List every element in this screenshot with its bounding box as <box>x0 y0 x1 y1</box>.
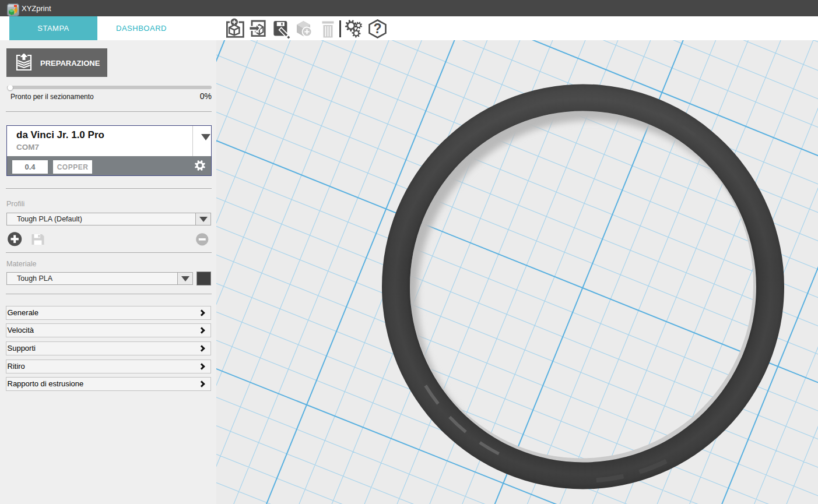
svg-text:?: ? <box>373 21 381 36</box>
